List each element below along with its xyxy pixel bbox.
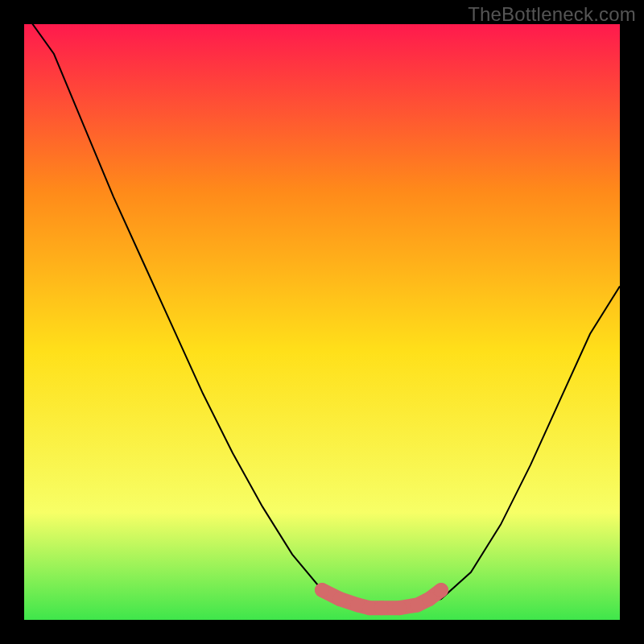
marker-dot (392, 601, 407, 615)
marker-dot (434, 583, 448, 597)
gradient-background (24, 24, 620, 620)
chart-svg (24, 24, 620, 620)
chart-container: TheBottleneck.com (0, 0, 644, 644)
marker-dot (315, 583, 329, 597)
marker-dot (422, 592, 436, 606)
marker-dot (332, 592, 347, 606)
plot-area (24, 24, 620, 620)
watermark-text: TheBottleneck.com (468, 3, 636, 26)
marker-dot (374, 601, 389, 615)
